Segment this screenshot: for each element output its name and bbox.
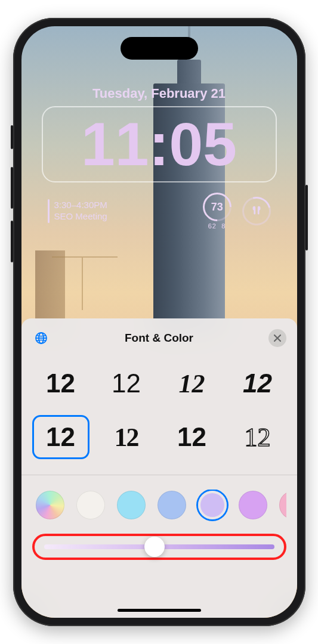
color-row xyxy=(32,490,286,534)
airpods-widget[interactable] xyxy=(237,191,276,231)
airpods-icon xyxy=(250,205,263,218)
color-swatch-pink[interactable] xyxy=(279,491,286,519)
wallpaper-crane xyxy=(82,256,83,310)
font-option-4[interactable]: 12 xyxy=(32,415,89,459)
weather-low-high: 62 8 xyxy=(208,222,226,230)
lockscreen-date[interactable]: Tuesday, February 21 xyxy=(21,86,297,101)
color-swatch-lavender[interactable] xyxy=(198,491,227,519)
tint-slider[interactable] xyxy=(44,544,274,549)
font-color-sheet: Font & Color 1212121212121212 xyxy=(21,318,297,618)
calendar-widget[interactable]: 3:30–4:30PM SEO Meeting xyxy=(48,199,203,223)
color-swatch-purple[interactable] xyxy=(239,491,267,519)
sheet-header: Font & Color xyxy=(32,329,286,347)
close-icon xyxy=(274,335,281,342)
color-swatch-cyan[interactable] xyxy=(117,491,146,519)
font-option-7[interactable]: 12 xyxy=(229,415,286,459)
color-swatch-blue[interactable] xyxy=(158,491,186,519)
slider-highlight-annotation xyxy=(32,534,286,560)
home-indicator[interactable] xyxy=(118,609,201,612)
clock-frame[interactable]: 11:05 xyxy=(42,106,277,182)
calendar-time-range: 3:30–4:30PM xyxy=(54,200,107,211)
font-option-2[interactable]: 12 xyxy=(163,361,221,405)
color-swatch-white[interactable] xyxy=(76,491,105,519)
language-button[interactable] xyxy=(32,329,50,347)
font-option-0[interactable]: 12 xyxy=(32,361,89,405)
font-option-1[interactable]: 12 xyxy=(98,361,155,405)
globe-icon xyxy=(34,331,48,345)
weather-ring-icon: 73 xyxy=(197,187,237,227)
volume-up-button xyxy=(11,167,13,209)
sheet-title: Font & Color xyxy=(125,332,193,345)
dynamic-island xyxy=(121,37,198,60)
calendar-accent-bar xyxy=(48,199,50,223)
clock-time: 11:05 xyxy=(81,114,237,175)
font-option-3[interactable]: 12 xyxy=(229,361,286,405)
slider-thumb[interactable] xyxy=(144,537,165,557)
calendar-event-title: SEO Meeting xyxy=(54,211,107,222)
phone-frame: Tuesday, February 21 11:05 3:30–4:30PM S… xyxy=(13,18,305,626)
divider xyxy=(21,475,297,475)
volume-down-button xyxy=(11,221,13,262)
ringer-switch xyxy=(11,125,13,149)
widgets-row: 3:30–4:30PM SEO Meeting 73 62 8 xyxy=(48,191,271,231)
close-button[interactable] xyxy=(268,329,286,347)
screen: Tuesday, February 21 11:05 3:30–4:30PM S… xyxy=(21,26,297,618)
font-grid: 1212121212121212 xyxy=(32,361,286,459)
font-option-6[interactable]: 12 xyxy=(163,415,221,459)
font-option-5[interactable]: 12 xyxy=(98,415,155,459)
weather-widget[interactable]: 73 62 8 xyxy=(203,193,231,230)
color-swatch-rainbow[interactable] xyxy=(36,491,64,519)
power-button xyxy=(305,185,308,250)
